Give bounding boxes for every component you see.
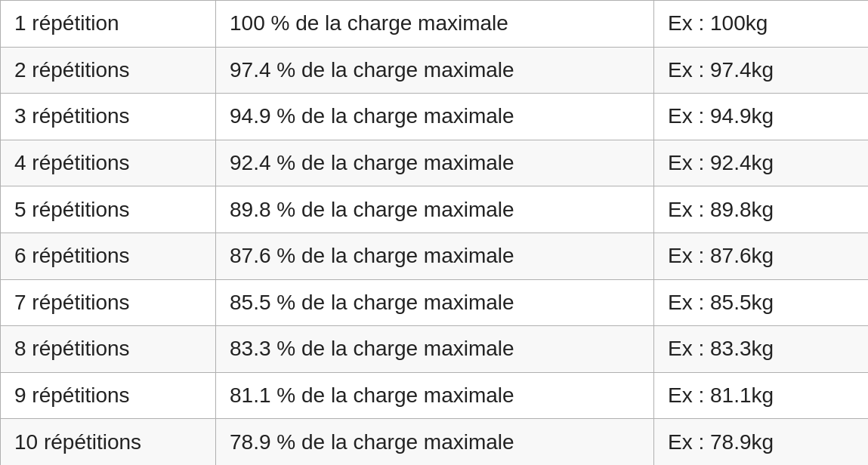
repetition-label: 3 répétitions: [1, 94, 216, 140]
table-row: 2 répétitions97.4 % de la charge maximal…: [1, 47, 869, 94]
repetition-label: 10 répétitions: [1, 419, 216, 465]
repetition-label: 8 répétitions: [1, 326, 216, 373]
repetitions-table: 1 répétition100 % de la charge maximaleE…: [0, 0, 868, 465]
example-label: Ex : 83.3kg: [654, 326, 869, 373]
repetition-label: 2 répétitions: [1, 47, 216, 94]
example-label: Ex : 78.9kg: [654, 419, 869, 465]
percentage-label: 81.1 % de la charge maximale: [216, 372, 654, 419]
percentage-label: 87.6 % de la charge maximale: [216, 232, 654, 279]
repetition-label: 9 répétitions: [1, 372, 216, 419]
example-label: Ex : 97.4kg: [654, 47, 869, 94]
table-row: 6 répétitions87.6 % de la charge maximal…: [1, 232, 869, 279]
table-row: 5 répétitions89.8 % de la charge maximal…: [1, 186, 869, 233]
percentage-label: 85.5 % de la charge maximale: [216, 279, 654, 326]
example-label: Ex : 92.4kg: [654, 140, 869, 186]
repetition-label: 5 répétitions: [1, 186, 216, 233]
example-label: Ex : 87.6kg: [654, 232, 869, 279]
percentage-label: 89.8 % de la charge maximale: [216, 186, 654, 233]
table-row: 9 répétitions81.1 % de la charge maximal…: [1, 372, 869, 419]
example-label: Ex : 100kg: [654, 1, 869, 48]
percentage-label: 97.4 % de la charge maximale: [216, 47, 654, 94]
repetition-label: 4 répétitions: [1, 140, 216, 186]
repetition-label: 1 répétition: [1, 1, 216, 48]
table-row: 3 répétitions94.9 % de la charge maximal…: [1, 94, 869, 140]
example-label: Ex : 85.5kg: [654, 279, 869, 326]
percentage-label: 100 % de la charge maximale: [216, 1, 654, 48]
table-row: 10 répétitions78.9 % de la charge maxima…: [1, 419, 869, 465]
table-row: 4 répétitions92.4 % de la charge maximal…: [1, 140, 869, 186]
table-row: 8 répétitions83.3 % de la charge maximal…: [1, 326, 869, 373]
table-row: 1 répétition100 % de la charge maximaleE…: [1, 1, 869, 48]
percentage-label: 94.9 % de la charge maximale: [216, 94, 654, 140]
example-label: Ex : 81.1kg: [654, 372, 869, 419]
repetition-label: 7 répétitions: [1, 279, 216, 326]
example-label: Ex : 94.9kg: [654, 94, 869, 140]
percentage-label: 92.4 % de la charge maximale: [216, 140, 654, 186]
percentage-label: 83.3 % de la charge maximale: [216, 326, 654, 373]
example-label: Ex : 89.8kg: [654, 186, 869, 233]
percentage-label: 78.9 % de la charge maximale: [216, 419, 654, 465]
table-row: 7 répétitions85.5 % de la charge maximal…: [1, 279, 869, 326]
repetition-label: 6 répétitions: [1, 232, 216, 279]
